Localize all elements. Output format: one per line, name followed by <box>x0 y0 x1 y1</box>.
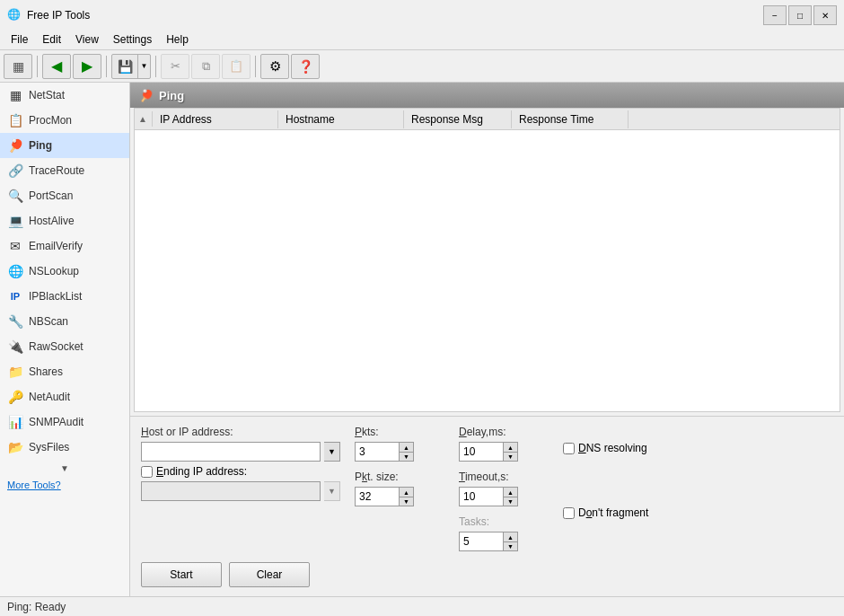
col-sort-icon[interactable]: ▲ <box>135 111 153 127</box>
sidebar-item-shares[interactable]: 📁 Shares <box>0 359 129 384</box>
title-bar: 🌐 Free IP Tools − □ ✕ <box>0 0 844 29</box>
sidebar-item-sysfiles[interactable]: 📂 SysFiles <box>0 435 129 460</box>
timeout-down[interactable]: ▼ <box>504 497 518 506</box>
pkt-size-label: Pkt. size: <box>355 471 444 483</box>
ending-ip-combo-arrow[interactable]: ▼ <box>324 481 340 501</box>
ending-ip-checkbox[interactable] <box>141 466 153 478</box>
sidebar-item-procmon[interactable]: 📋 ProcMon <box>0 108 129 133</box>
timeout-input[interactable] <box>459 487 504 506</box>
sidebar-label-snmpaudit: SNMPAudit <box>29 416 84 428</box>
menu-settings[interactable]: Settings <box>106 31 159 48</box>
toolbar-paste-button[interactable]: 📋 <box>222 54 251 79</box>
timeout-label: Timeout,s: <box>459 471 549 483</box>
sidebar-label-netstat: NetStat <box>29 89 65 101</box>
sidebar-label-hostalive: HostAlive <box>29 215 75 227</box>
tasks-input[interactable] <box>459 532 504 551</box>
ending-ip-label: Ending IP address: <box>156 465 247 478</box>
form-group-host: Host or IP address: ▼ Ending IP address:… <box>141 426 340 501</box>
menu-view[interactable]: View <box>68 31 106 48</box>
right-panel: 🏓 Ping ▲ IP Address Hostname Response Ms… <box>130 83 844 596</box>
sidebar-item-netstat[interactable]: ▦ NetStat <box>0 83 129 108</box>
ending-ip-input[interactable] <box>141 481 321 501</box>
pkts-label: Pkts: <box>355 426 444 438</box>
pkts-down[interactable]: ▼ <box>400 452 414 462</box>
host-combo-arrow[interactable]: ▼ <box>324 442 340 462</box>
dont-fragment-checkbox[interactable] <box>563 507 575 519</box>
sidebar-scroll-down[interactable]: ▼ <box>0 460 129 476</box>
sysfiles-icon: 📂 <box>7 439 23 455</box>
toolbar-forward-button[interactable]: ▶ <box>73 54 101 79</box>
dns-resolving-checkbox[interactable] <box>563 443 575 454</box>
toolbar-save-arrow[interactable]: ▼ <box>137 54 150 79</box>
delay-label: Delay,ms: <box>459 426 549 438</box>
table-body <box>135 130 840 411</box>
sidebar-label-ipblacklist: IPBlackList <box>29 290 82 303</box>
menu-file[interactable]: File <box>4 31 35 48</box>
toolbar-separator-2 <box>106 56 107 77</box>
toolbar-back-button[interactable]: ◀ <box>42 54 71 79</box>
menu-edit[interactable]: Edit <box>35 31 68 48</box>
tasks-label: Tasks: <box>459 515 549 528</box>
delay-input[interactable] <box>459 442 504 462</box>
tasks-spinner: ▲ ▼ <box>459 532 549 551</box>
ipblacklist-icon: IP <box>7 288 23 304</box>
start-button[interactable]: Start <box>141 562 222 587</box>
pkts-up[interactable]: ▲ <box>400 442 414 452</box>
pkt-size-spinners: ▲ ▼ <box>400 487 414 506</box>
pkt-size-input[interactable] <box>355 487 400 506</box>
sidebar-item-portscan[interactable]: 🔍 PortScan <box>0 183 129 208</box>
pkt-size-up[interactable]: ▲ <box>400 487 414 497</box>
status-text: Ping: Ready <box>7 601 66 613</box>
tasks-down[interactable]: ▼ <box>504 541 518 551</box>
more-tools-link[interactable]: More Tools? <box>0 476 129 494</box>
netstat-icon: ▦ <box>7 87 23 103</box>
timeout-up[interactable]: ▲ <box>504 487 518 497</box>
panel-title: Ping <box>159 89 184 102</box>
maximize-button[interactable]: □ <box>788 5 812 25</box>
col-header-response-time[interactable]: Response Time <box>512 110 629 128</box>
toolbar-cut-button[interactable]: ✂ <box>161 54 189 79</box>
delay-down[interactable]: ▼ <box>504 452 518 462</box>
delay-up[interactable]: ▲ <box>504 442 518 452</box>
sidebar-item-nbscan[interactable]: 🔧 NBScan <box>0 309 129 334</box>
sidebar-label-rawsocket: RawSocket <box>29 340 84 353</box>
sidebar-item-traceroute[interactable]: 🔗 TraceRoute <box>0 158 129 183</box>
minimize-button[interactable]: − <box>763 5 787 25</box>
snmpaudit-icon: 📊 <box>7 414 23 430</box>
host-input[interactable] <box>141 442 321 462</box>
form-area: Host or IP address: ▼ Ending IP address:… <box>130 416 844 596</box>
pkt-size-down[interactable]: ▼ <box>400 497 414 506</box>
toolbar-save-button[interactable]: 💾 <box>112 54 137 79</box>
toolbar-settings-button[interactable]: ⚙ <box>260 54 289 79</box>
col-header-response-msg[interactable]: Response Msg <box>404 110 512 128</box>
toolbar-copy-button[interactable]: ⧉ <box>191 54 220 79</box>
menu-help[interactable]: Help <box>159 31 196 48</box>
pkts-input[interactable] <box>355 442 400 462</box>
timeout-spinner: ▲ ▼ <box>459 487 549 506</box>
sidebar-label-nbscan: NBScan <box>29 315 68 328</box>
toolbar-grid-button[interactable]: ▦ <box>4 54 32 79</box>
sidebar-item-snmpaudit[interactable]: 📊 SNMPAudit <box>0 409 129 435</box>
col-header-hostname[interactable]: Hostname <box>278 110 404 128</box>
toolbar-help-button[interactable]: ❓ <box>291 54 320 79</box>
delay-spinner: ▲ ▼ <box>459 442 549 462</box>
sidebar-item-hostalive[interactable]: 💻 HostAlive <box>0 208 129 233</box>
panel-icon: 🏓 <box>139 89 154 102</box>
clear-button[interactable]: Clear <box>229 562 310 587</box>
sidebar-item-ipblacklist[interactable]: IP IPBlackList <box>0 284 129 309</box>
dns-resolving-label: DNS resolving <box>578 442 647 454</box>
nbscan-icon: 🔧 <box>7 313 23 330</box>
sidebar-label-portscan: PortScan <box>29 189 73 202</box>
sidebar-label-shares: Shares <box>29 365 63 378</box>
sidebar-item-ping[interactable]: 🏓 Ping <box>0 133 129 158</box>
sidebar-item-netaudit[interactable]: 🔑 NetAudit <box>0 384 129 409</box>
toolbar-save-dropdown[interactable]: 💾 ▼ <box>111 54 151 79</box>
sidebar-item-emailverify[interactable]: ✉ EmailVerify <box>0 233 129 259</box>
sidebar: ▦ NetStat 📋 ProcMon 🏓 Ping 🔗 TraceRoute … <box>0 83 130 596</box>
col-header-ip[interactable]: IP Address <box>153 110 278 128</box>
sidebar-label-netaudit: NetAudit <box>29 391 70 403</box>
tasks-up[interactable]: ▲ <box>504 532 518 541</box>
sidebar-item-nslookup[interactable]: 🌐 NSLookup <box>0 259 129 284</box>
close-button[interactable]: ✕ <box>813 5 837 25</box>
sidebar-item-rawsocket[interactable]: 🔌 RawSocket <box>0 334 129 359</box>
